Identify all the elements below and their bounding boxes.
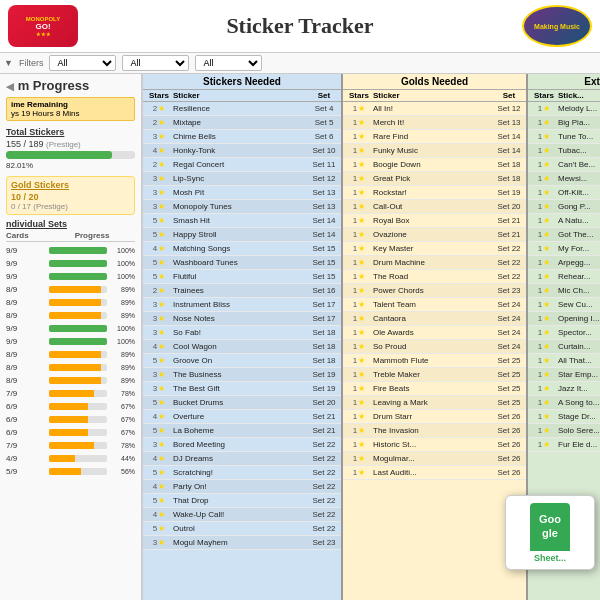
filter-select-2[interactable]: AllMissingComplete — [122, 55, 189, 71]
set-mini-fill — [49, 273, 107, 280]
cell-stars: 1★ — [345, 454, 373, 463]
cell-stars: 1★ — [530, 342, 558, 351]
cell-name: Wake-Up Call! — [173, 510, 309, 519]
set-pct: 89% — [109, 351, 135, 358]
table-row: 4★ Honky-Tonk Set 10 — [143, 144, 341, 158]
set-mini-bar — [49, 299, 107, 306]
set-pct: 67% — [109, 416, 135, 423]
set-pct: 78% — [109, 390, 135, 397]
total-stickers-pct: 82.01% — [6, 161, 135, 170]
set-mini-bar — [49, 325, 107, 332]
set-row: 8/9 89% — [6, 283, 135, 295]
set-mini-bar — [49, 273, 107, 280]
cell-stars: 1★ — [345, 146, 373, 155]
golds-rows: 1★ All In! Set 12 1★ Merch It! Set 13 1★… — [343, 102, 526, 600]
cell-stars: 1★ — [530, 258, 558, 267]
cell-set: Set 18 — [309, 356, 339, 365]
cell-name: Smash Hit — [173, 216, 309, 225]
cell-set: Set 18 — [494, 174, 524, 183]
cell-set: Set 17 — [309, 300, 339, 309]
cell-name: Mogul Mayhem — [173, 538, 309, 547]
cell-name: Got The... — [558, 230, 600, 239]
cell-name: Fire Beats — [373, 384, 494, 393]
table-row: 1★ Great Pick Set 18 — [343, 172, 526, 186]
cell-stars: 1★ — [530, 426, 558, 435]
set-pct: 89% — [109, 377, 135, 384]
cell-stars: 1★ — [530, 286, 558, 295]
set-progress: 89% — [49, 351, 135, 358]
table-row: 1★ A Natu... — [528, 214, 600, 228]
gold-stickers-prestige: 0 / 17 (Prestige) — [11, 202, 130, 211]
cell-stars: 1★ — [345, 286, 373, 295]
cell-set: Set 22 — [309, 496, 339, 505]
cell-name: Cool Wagon — [173, 342, 309, 351]
cell-set: Set 26 — [494, 440, 524, 449]
table-row: 1★ Boogie Down Set 18 — [343, 158, 526, 172]
cell-set: Set 26 — [494, 454, 524, 463]
set-cards: 9/9 — [6, 246, 49, 255]
set-row: 8/9 89% — [6, 374, 135, 386]
cell-stars: 1★ — [530, 300, 558, 309]
cell-set: Set 25 — [494, 356, 524, 365]
set-row: 9/9 100% — [6, 257, 135, 269]
cell-set: Set 15 — [309, 258, 339, 267]
table-row: 1★ Call-Out Set 20 — [343, 200, 526, 214]
set-progress: 100% — [49, 247, 135, 254]
table-row: 1★ Curtain... — [528, 340, 600, 354]
set-mini-fill — [49, 455, 75, 462]
cell-set: Set 10 — [309, 146, 339, 155]
set-mini-bar — [49, 364, 107, 371]
cell-stars: 1★ — [345, 412, 373, 421]
set-row: 6/9 67% — [6, 400, 135, 412]
cell-stars: 1★ — [530, 328, 558, 337]
cell-stars: 4★ — [145, 454, 173, 463]
cell-set: Set 24 — [494, 328, 524, 337]
table-row: 5★ Smash Hit Set 14 — [143, 214, 341, 228]
set-mini-bar — [49, 468, 107, 475]
extras-col-headers: Stars Stick... Set — [528, 90, 600, 102]
table-row: 4★ DJ Dreams Set 22 — [143, 452, 341, 466]
cell-name: My For... — [558, 244, 600, 253]
table-row: 2★ Resilience Set 4 — [143, 102, 341, 116]
individual-sets-section: ndividual Sets Cards Progress 9/9 100% 9… — [6, 219, 135, 477]
table-row: 1★ Off-Kilt... — [528, 186, 600, 200]
cell-name: Bucket Drums — [173, 398, 309, 407]
set-mini-fill — [49, 390, 94, 397]
table-row: 1★ All That... — [528, 354, 600, 368]
golds-section: Golds Needed Stars Sticker Set 1★ All In… — [343, 74, 528, 600]
cell-set: Set 12 — [494, 104, 524, 113]
set-mini-fill — [49, 403, 88, 410]
set-cards: 4/9 — [6, 454, 49, 463]
cell-stars: 1★ — [345, 300, 373, 309]
total-stickers-progress-bar — [6, 151, 135, 159]
filter-icon: ▼ — [4, 58, 13, 68]
set-pct: 100% — [109, 247, 135, 254]
cell-stars: 3★ — [145, 314, 173, 323]
set-progress: 44% — [49, 455, 135, 462]
cell-stars: 3★ — [145, 300, 173, 309]
table-row: 1★ Got The... — [528, 228, 600, 242]
cell-stars: 1★ — [345, 328, 373, 337]
cell-name: So Proud — [373, 342, 494, 351]
cell-name: All In! — [373, 104, 494, 113]
cell-name: Tubac... — [558, 146, 600, 155]
golds-col-stars: Stars — [345, 91, 373, 100]
cell-name: Ole Awards — [373, 328, 494, 337]
table-row: 1★ Ole Awards Set 24 — [343, 326, 526, 340]
table-row: 3★ Mosh Pit Set 13 — [143, 186, 341, 200]
table-row: 1★ Jazz It... — [528, 382, 600, 396]
cell-name: Rockstar! — [373, 188, 494, 197]
cell-name: Jazz It... — [558, 384, 600, 393]
cell-name: Tune To... — [558, 132, 600, 141]
set-mini-bar — [49, 338, 107, 345]
cell-stars: 1★ — [345, 356, 373, 365]
set-progress: 100% — [49, 273, 135, 280]
cell-set: Set 17 — [309, 314, 339, 323]
filter-select-1[interactable]: AllMissingComplete — [49, 55, 116, 71]
table-row: 1★ A Song to... — [528, 396, 600, 410]
cell-stars: 1★ — [530, 356, 558, 365]
cell-name: Mic Ch... — [558, 286, 600, 295]
filter-select-3[interactable]: AllMissingComplete — [195, 55, 262, 71]
table-row: 1★ Funky Music Set 14 — [343, 144, 526, 158]
set-cards: 6/9 — [6, 415, 49, 424]
